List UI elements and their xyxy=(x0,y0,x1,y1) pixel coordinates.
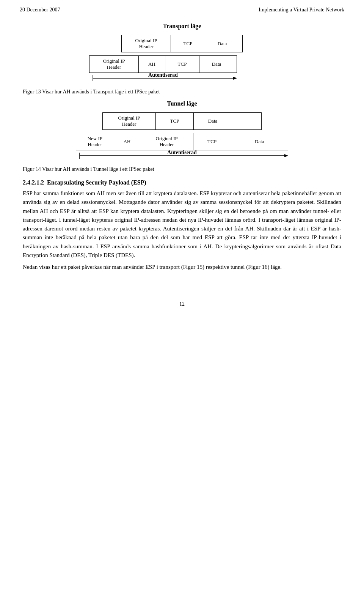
tunnel-arrow-svg: Autentiserad xyxy=(76,150,288,161)
section-number: 2.4.2.1.2 xyxy=(23,179,44,186)
tunnel-ah-section: New IPHeader AH Original IPHeader TCP Da… xyxy=(76,133,288,163)
transport-r2-data: Data xyxy=(199,56,234,73)
tunnel-packet-row1: Original IPHeader TCP Data xyxy=(102,112,262,130)
page-header: 20 December 2007 Implementing a Virtual … xyxy=(0,0,364,13)
tunnel-arrow-container: Autentiserad xyxy=(76,150,288,163)
transport-ah-section: Original IPHeader AH TCP Data Autentiser… xyxy=(89,55,275,85)
body-paragraph-1: ESP har samma funktioner som AH men ser … xyxy=(23,189,341,260)
body-paragraph-2: Nedan visas hur ett paket påverkas när m… xyxy=(23,263,341,271)
svg-marker-2 xyxy=(233,77,237,80)
transport-row1-diagram: Original IPHeader TCP Data xyxy=(121,35,243,52)
transport-r1-data: Data xyxy=(205,35,239,52)
svg-text:Autentiserad: Autentiserad xyxy=(167,150,197,155)
tunnel-row1-diagram: Original IPHeader TCP Data xyxy=(102,112,262,130)
tunnel-r1-tcp: TCP xyxy=(156,113,194,129)
section-heading: 2.4.2.1.2 Encapsulating Security Payload… xyxy=(23,179,341,186)
transport-arrow-container: Autentiserad xyxy=(89,73,237,85)
tunnel-r2-ah: AH xyxy=(114,133,141,150)
figure13-caption: Figur 13 Visar hur AH används i Transpor… xyxy=(23,89,341,95)
tunnel-r2-new-ip: New IPHeader xyxy=(76,133,114,150)
tunnel-r2-data: Data xyxy=(231,133,288,150)
svg-marker-6 xyxy=(284,154,288,157)
page-content: Transport läge Original IPHeader TCP Dat… xyxy=(0,13,364,290)
transport-r2-ah: AH xyxy=(139,56,165,73)
transport-r2-tcp: TCP xyxy=(165,56,199,73)
page-number: 12 xyxy=(0,301,364,307)
transport-r1-orig-ip: Original IPHeader xyxy=(122,35,171,52)
header-right: Implementing a Virtual Private Network xyxy=(259,7,344,13)
tunnel-r2-orig-ip: Original IPHeader xyxy=(140,133,193,150)
figure14-caption: Figur 14 Visar hur AH används i Tunnel l… xyxy=(23,166,341,172)
section-title: Encapsulating Security Payload (ESP) xyxy=(47,179,146,186)
transport-packet-row2: Original IPHeader AH TCP Data xyxy=(89,55,237,73)
tunnel-r1-orig-ip: Original IPHeader xyxy=(103,113,156,129)
tunnel-r1-data: Data xyxy=(194,113,232,129)
transport-packet-row1: Original IPHeader TCP Data xyxy=(121,35,243,52)
transport-r2-orig-ip: Original IPHeader xyxy=(89,56,139,73)
tunnel-r2-tcp: TCP xyxy=(193,133,231,150)
transport-arrow-svg: Autentiserad xyxy=(89,73,237,84)
transport-title: Transport läge xyxy=(23,23,341,30)
header-left: 20 December 2007 xyxy=(20,7,60,13)
tunnel-title: Tunnel läge xyxy=(23,100,341,107)
svg-text:Autentiserad: Autentiserad xyxy=(148,73,178,78)
transport-r1-tcp: TCP xyxy=(171,35,205,52)
tunnel-packet-row2: New IPHeader AH Original IPHeader TCP Da… xyxy=(76,133,288,150)
